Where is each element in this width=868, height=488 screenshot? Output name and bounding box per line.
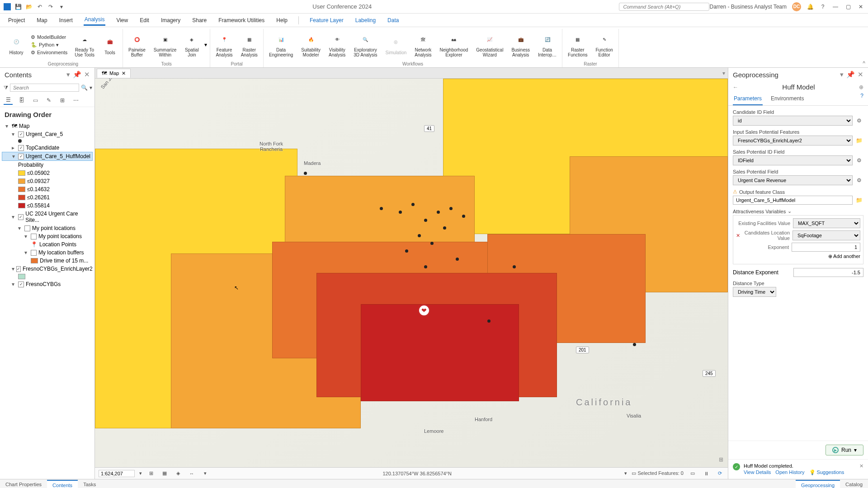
contents-search[interactable] — [10, 84, 79, 92]
search-dropdown-icon[interactable]: ▾ — [90, 83, 92, 92]
bottom-tab-tasks[interactable]: Tasks — [78, 480, 101, 488]
distance-type-field[interactable]: Driving Time — [733, 287, 776, 297]
attractiveness-label[interactable]: Attractiveness Variables ⌄ — [733, 208, 863, 214]
run-button[interactable]: ▶ Run ▾ — [826, 445, 863, 455]
distance-exponent-field[interactable] — [793, 268, 863, 277]
gp-options-icon[interactable]: ▾ — [840, 70, 844, 79]
pause-drawing-icon[interactable]: ⏸ — [702, 469, 711, 478]
search-icon[interactable]: 🔍 — [81, 83, 88, 92]
bottom-tab-catalog[interactable]: Catalog — [840, 480, 868, 488]
candidate-id-field[interactable]: id — [733, 116, 853, 126]
menu-feature-layer[interactable]: Feature Layer — [309, 15, 344, 25]
layer-enrich[interactable]: ▾FresnoCYBGs_EnrichLayer2 — [2, 265, 93, 273]
menu-labeling[interactable]: Labeling — [354, 15, 377, 25]
undo-icon[interactable]: ↶ — [36, 3, 43, 10]
list-snapping-icon[interactable]: ⊞ — [58, 96, 67, 105]
layer-huff-model[interactable]: ▾Urgent_Care_5_HuffModel — [2, 152, 93, 161]
dynamic-constraints-icon[interactable]: ◈ — [174, 469, 183, 478]
list-more-icon[interactable]: ⋯ — [71, 96, 80, 105]
add-another-button[interactable]: ⊕ Add another — [828, 253, 860, 259]
redo-icon[interactable]: ↷ — [47, 3, 54, 10]
menu-edit[interactable]: Edit — [139, 15, 150, 25]
layer-urgent-care-5[interactable]: ▾Urgent_Care_5 — [2, 130, 93, 138]
data-interop-button[interactable]: 🔄Data Interop… — [535, 31, 559, 58]
notifications-icon[interactable]: 🔔 — [807, 3, 814, 10]
user-avatar[interactable]: DC — [792, 2, 801, 11]
function-editor-button[interactable]: ✎Function Editor — [593, 31, 615, 58]
business-analysis-button[interactable]: 💼Business Analysis — [509, 31, 533, 58]
browse-icon[interactable]: 📁 — [854, 196, 863, 205]
menu-map[interactable]: Map — [36, 15, 48, 25]
layer-my-point-locations-sub[interactable]: ▾My point locations — [2, 232, 93, 240]
drive-time-symbol[interactable]: Drive time of 15 m... — [2, 257, 93, 265]
layer-cybgs[interactable]: ▾FresnoCYBGs — [2, 280, 93, 288]
dismiss-message-icon[interactable]: ✕ — [859, 463, 863, 469]
bottom-tab-chart-properties[interactable]: Chart Properties — [0, 480, 47, 488]
gp-tab-environments[interactable]: Environments — [770, 93, 805, 105]
filter-icon[interactable]: ⧩ — [4, 83, 8, 92]
command-search[interactable] — [619, 3, 709, 11]
correction-icon[interactable]: ↔ — [187, 469, 196, 478]
network-analysis-button[interactable]: 🕸Network Analysis — [412, 31, 434, 58]
existing-facilities-field[interactable]: MAX_SQFT — [793, 218, 860, 228]
coords-dropdown-icon[interactable]: ▾ — [624, 470, 627, 476]
list-source-icon[interactable]: 🗄 — [17, 96, 26, 105]
panel-close-icon[interactable]: ✕ — [84, 70, 90, 79]
ready-to-use-button[interactable]: ☁Ready To Use Tools — [72, 31, 97, 58]
gear-icon[interactable]: ⚙ — [854, 156, 863, 165]
save-icon[interactable]: 💾 — [14, 3, 22, 10]
neighborhood-explorer-button[interactable]: 🏘Neighborhood Explorer — [437, 31, 471, 58]
tools-button[interactable]: 🧰Tools — [100, 34, 120, 56]
spatial-join-button[interactable]: ◈Spatial Join — [182, 31, 202, 58]
environments-button[interactable]: ⚙ Environments — [29, 49, 69, 56]
remove-row-icon[interactable]: ✕ — [736, 233, 740, 239]
gp-close-icon[interactable]: ✕ — [858, 70, 863, 79]
exploratory-3d-button[interactable]: 🔍Exploratory 3D Analysis — [351, 31, 380, 58]
history-button[interactable]: 🕘History — [6, 34, 26, 56]
layer-my-buffers[interactable]: ▾My location buffers — [2, 249, 93, 257]
maximize-icon[interactable]: ▢ — [844, 3, 852, 10]
layer-uc-sites[interactable]: ▾UC 2024 Urgent Care Site... — [2, 210, 93, 224]
raster-analysis-button[interactable]: ▦Raster Analysis — [238, 31, 260, 58]
visibility-analysis-button[interactable]: 👁Visibility Analysis — [326, 31, 348, 58]
scale-input[interactable] — [99, 470, 135, 477]
symbol-urgent-care-5[interactable] — [2, 138, 93, 144]
map-node[interactable]: ▾🗺 Map — [2, 122, 93, 130]
gp-add-icon[interactable]: ⊕ — [859, 84, 863, 90]
data-engineering-button[interactable]: 📊Data Engineering — [266, 31, 296, 58]
suitability-modeler-button[interactable]: 🔥Suitability Modeler — [298, 31, 323, 58]
bottom-tab-contents[interactable]: Contents — [47, 480, 78, 488]
gear-icon[interactable]: ⚙ — [854, 116, 863, 125]
tools-gallery-more[interactable]: ▾ — [204, 42, 207, 48]
bottom-tab-geoprocessing[interactable]: Geoprocessing — [796, 480, 840, 488]
grid-icon[interactable]: ▦ — [160, 469, 169, 478]
suggestions-link[interactable]: 💡 Suggestions — [809, 469, 844, 475]
ribbon-collapse-icon[interactable]: ^ — [863, 60, 865, 66]
menu-help[interactable]: Help — [275, 15, 288, 25]
pairwise-buffer-button[interactable]: ⭕Pairwise Buffer — [126, 31, 148, 58]
minimize-icon[interactable]: — — [832, 3, 839, 10]
snapping-icon[interactable]: ⊞ — [146, 469, 156, 478]
map-tab[interactable]: 🗺 Map ✕ — [97, 69, 131, 78]
geostatistical-wizard-button[interactable]: 📈Geostatistical Wizard — [473, 31, 506, 58]
class-5[interactable]: ≤0.55814 — [2, 202, 93, 210]
map-tab-options-icon[interactable]: ▾ — [720, 70, 728, 76]
simulation-button[interactable]: ◎Simulation — [383, 34, 410, 56]
location-points-symbol[interactable]: 📍 Location Points — [2, 240, 93, 249]
browse-icon[interactable]: 📁 — [854, 136, 863, 145]
output-field[interactable] — [733, 196, 853, 205]
menu-imagery[interactable]: Imagery — [160, 15, 181, 25]
refresh-icon[interactable]: ⟳ — [715, 469, 724, 478]
navigator-icon[interactable]: ⊞ — [719, 456, 723, 463]
enrich-symbol[interactable] — [2, 273, 93, 280]
menu-view[interactable]: View — [115, 15, 129, 25]
exponent-field[interactable] — [792, 243, 860, 252]
panel-options-icon[interactable]: ▾ — [66, 70, 70, 79]
class-1[interactable]: ≤0.05902 — [2, 169, 93, 177]
gp-pin-icon[interactable]: 📌 — [846, 70, 855, 79]
gp-back-icon[interactable]: ← — [733, 84, 738, 90]
candidates-location-field[interactable]: SqFootage — [793, 230, 860, 240]
menu-analysis[interactable]: Analysis — [84, 14, 106, 26]
feature-analysis-button[interactable]: 📍Feature Analysis — [213, 31, 235, 58]
list-selection-icon[interactable]: ▭ — [31, 96, 40, 105]
